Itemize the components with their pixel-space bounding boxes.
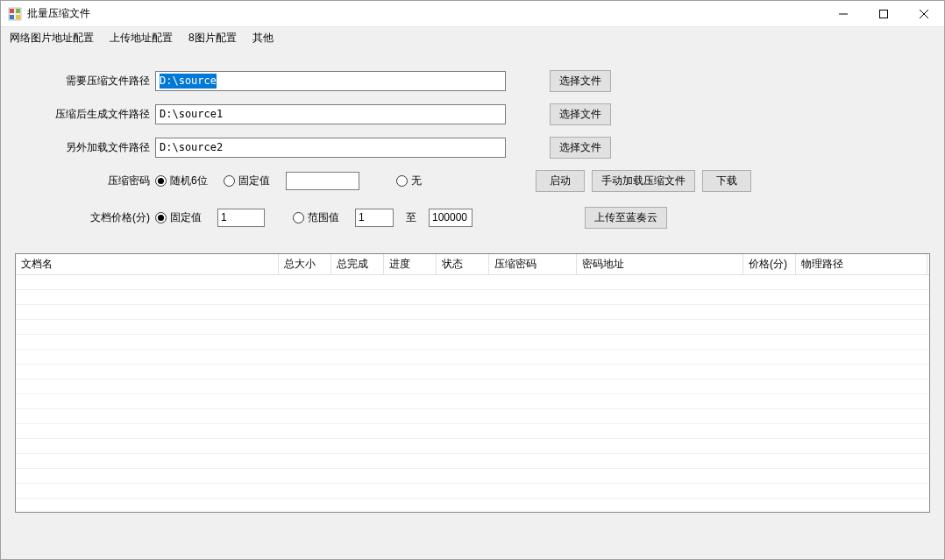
window-title: 批量压缩文件 — [27, 6, 90, 21]
table-row — [16, 275, 929, 290]
table-row — [16, 350, 929, 365]
upload-button[interactable]: 上传至蓝奏云 — [585, 207, 667, 229]
price-label: 文档价格(分) — [15, 210, 155, 225]
table-row — [16, 365, 929, 379]
table-row — [16, 290, 929, 305]
table-row — [16, 394, 929, 409]
password-radio-group: 随机6位 固定值 无 — [155, 172, 430, 190]
svg-rect-6 — [880, 10, 888, 18]
file-listview[interactable]: 文档名总大小总完成进度状态压缩密码密码地址价格(分)物理路径 — [15, 253, 930, 513]
password-label: 压缩密码 — [15, 174, 155, 188]
price-range-label: 范围值 — [308, 210, 339, 225]
price-range-to-label: 至 — [406, 210, 416, 225]
table-row — [16, 439, 929, 454]
password-random-label: 随机6位 — [170, 174, 208, 188]
radio-icon — [224, 175, 235, 187]
listview-body — [16, 275, 929, 512]
svg-rect-4 — [16, 15, 20, 19]
extra-path-browse-button[interactable]: 选择文件 — [550, 137, 611, 159]
title-bar: 批量压缩文件 — [1, 1, 944, 27]
menu-8image-config[interactable]: 8图片配置 — [188, 27, 237, 48]
radio-icon — [396, 175, 408, 187]
table-row — [16, 305, 929, 320]
menu-upload-config[interactable]: 上传地址配置 — [110, 27, 173, 48]
column-header-status[interactable]: 状态 — [437, 254, 489, 274]
price-range-option[interactable]: 范围值 — [293, 210, 339, 225]
radio-icon — [155, 212, 167, 223]
password-none-label: 无 — [411, 174, 422, 188]
price-fixed-input[interactable] — [217, 209, 265, 227]
action-buttons-row1: 启动 手动加载压缩文件 下载 — [536, 170, 751, 192]
start-button[interactable]: 启动 — [536, 170, 585, 192]
source-path-input[interactable]: D:\source — [155, 71, 506, 91]
password-row: 压缩密码 随机6位 固定值 无 启动 手动加载压缩文件 — [15, 169, 930, 192]
table-row — [16, 499, 929, 512]
svg-rect-1 — [10, 9, 14, 13]
table-row — [16, 484, 929, 499]
output-path-label: 压缩后生成文件路径 — [15, 107, 155, 122]
table-row — [16, 469, 929, 484]
main-window: 批量压缩文件 网络图片地址配置 上传地址配置 8图片配置 其他 需要压缩文件路径… — [0, 0, 945, 560]
table-row — [16, 379, 929, 394]
extra-path-row: 另外加载文件路径 选择文件 — [15, 136, 930, 159]
column-header-progress[interactable]: 进度 — [384, 254, 437, 274]
form-area: 需要压缩文件路径 D:\source 选择文件 压缩后生成文件路径 选择文件 另… — [1, 48, 944, 248]
column-header-price[interactable]: 价格(分) — [743, 254, 796, 274]
menu-network-image-config[interactable]: 网络图片地址配置 — [10, 27, 94, 48]
svg-rect-2 — [16, 9, 20, 13]
table-row — [16, 454, 929, 469]
output-path-row: 压缩后生成文件路径 选择文件 — [15, 103, 930, 125]
column-header-pwdaddr[interactable]: 密码地址 — [577, 254, 743, 274]
extra-path-label: 另外加载文件路径 — [15, 140, 155, 155]
download-button[interactable]: 下载 — [702, 170, 751, 192]
column-header-name[interactable]: 文档名 — [16, 254, 279, 274]
table-row — [16, 424, 929, 439]
table-row — [16, 320, 929, 335]
price-range-from-input[interactable] — [355, 209, 394, 227]
price-fixed-option[interactable]: 固定值 — [155, 210, 202, 225]
password-random-option[interactable]: 随机6位 — [155, 174, 208, 188]
output-path-input[interactable] — [155, 104, 506, 124]
source-path-label: 需要压缩文件路径 — [15, 74, 155, 89]
manual-load-button[interactable]: 手动加载压缩文件 — [592, 170, 695, 192]
column-header-pwd[interactable]: 压缩密码 — [489, 254, 577, 274]
column-header-path[interactable]: 物理路径 — [796, 254, 927, 274]
source-path-browse-button[interactable]: 选择文件 — [550, 70, 611, 92]
menu-other[interactable]: 其他 — [252, 27, 274, 48]
source-path-row: 需要压缩文件路径 D:\source 选择文件 — [15, 69, 930, 92]
password-none-option[interactable]: 无 — [396, 174, 422, 188]
column-header-done[interactable]: 总完成 — [331, 254, 384, 274]
radio-icon — [155, 175, 167, 187]
source-path-value: D:\source — [160, 74, 217, 89]
extra-path-input[interactable] — [155, 138, 506, 158]
column-header-size[interactable]: 总大小 — [279, 254, 331, 274]
price-fixed-label: 固定值 — [170, 210, 202, 225]
close-button[interactable] — [904, 1, 944, 27]
app-icon — [8, 7, 22, 21]
table-row — [16, 409, 929, 424]
maximize-button[interactable] — [863, 1, 904, 27]
output-path-browse-button[interactable]: 选择文件 — [550, 103, 611, 125]
price-row: 文档价格(分) 固定值 范围值 至 上传至蓝奏云 — [15, 206, 930, 229]
table-row — [16, 335, 929, 350]
minimize-button[interactable] — [823, 1, 863, 27]
password-fixed-option[interactable]: 固定值 — [224, 174, 270, 188]
password-fixed-label: 固定值 — [238, 174, 270, 188]
listview-header: 文档名总大小总完成进度状态压缩密码密码地址价格(分)物理路径 — [16, 254, 929, 275]
action-buttons-row2: 上传至蓝奏云 — [585, 207, 667, 229]
price-radio-group: 固定值 范围值 至 — [155, 209, 472, 227]
radio-icon — [293, 212, 304, 223]
password-fixed-input[interactable] — [286, 172, 359, 190]
menu-bar: 网络图片地址配置 上传地址配置 8图片配置 其他 — [1, 27, 944, 48]
price-range-to-input[interactable] — [429, 209, 472, 227]
svg-rect-3 — [10, 15, 14, 19]
